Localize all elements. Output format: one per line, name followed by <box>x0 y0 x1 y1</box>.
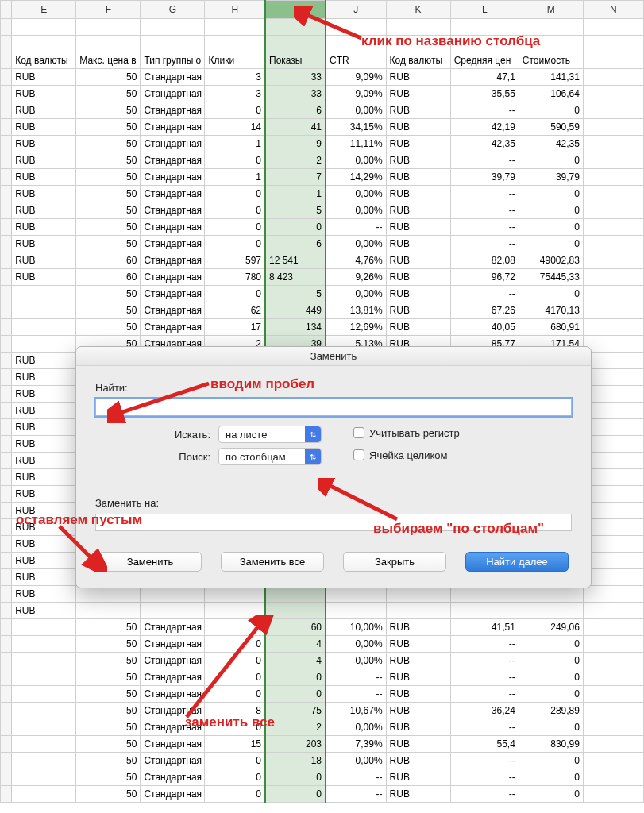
table-row[interactable]: RUB50Стандартная020,00%RUB--0 <box>1 152 644 169</box>
cell[interactable]: RUB <box>386 86 450 102</box>
cell[interactable]: RUB <box>12 69 76 86</box>
cell[interactable]: -- <box>450 669 519 686</box>
cell[interactable]: 50 <box>76 119 141 136</box>
field-header-L[interactable]: Средняя цен <box>450 52 519 69</box>
cell[interactable]: 0 <box>265 769 326 786</box>
cell[interactable]: -- <box>450 686 519 703</box>
cell[interactable] <box>583 569 643 586</box>
cell[interactable]: 60 <box>76 269 141 286</box>
cell[interactable]: 0 <box>519 636 583 653</box>
cell[interactable]: 0,00% <box>326 636 386 653</box>
cell[interactable]: -- <box>326 686 386 703</box>
cell[interactable] <box>583 136 643 152</box>
cell[interactable]: 0 <box>205 202 265 219</box>
cell[interactable]: -- <box>450 236 519 252</box>
column-header-H[interactable]: H <box>205 1 265 19</box>
cell[interactable]: RUB <box>386 636 450 653</box>
table-row[interactable]: RUB60Стандартная59712 5414,76%RUB82,0849… <box>1 252 644 269</box>
cell[interactable]: 33 <box>265 86 326 102</box>
cell[interactable] <box>583 386 643 403</box>
cell[interactable]: -- <box>450 286 519 302</box>
find-next-button[interactable]: Найти далее <box>465 552 569 572</box>
cell[interactable]: -- <box>450 753 519 769</box>
search-by-select[interactable]: по столбцам ⇅ <box>218 448 322 465</box>
cell[interactable]: 50 <box>76 236 141 252</box>
cell[interactable]: 10,00% <box>326 619 386 636</box>
cell[interactable]: -- <box>326 219 386 236</box>
cell[interactable]: Стандартная <box>141 786 205 803</box>
cell[interactable]: 82,08 <box>450 252 519 269</box>
cell[interactable] <box>583 86 643 102</box>
cell[interactable]: -- <box>450 719 519 736</box>
table-row[interactable]: RUB50Стандартная144134,15%RUB42,19590,59 <box>1 119 644 136</box>
cell[interactable]: 0,00% <box>326 653 386 669</box>
column-header-J[interactable]: J <box>326 1 386 19</box>
column-header-I[interactable]: I <box>265 1 326 19</box>
cell[interactable] <box>12 619 76 636</box>
cell[interactable]: RUB <box>12 119 76 136</box>
cell[interactable]: 590,59 <box>519 119 583 136</box>
column-header-E[interactable]: E <box>12 1 76 19</box>
cell[interactable]: 50 <box>76 653 141 669</box>
table-row[interactable]: RUB50Стандартная060,00%RUB--0 <box>1 236 644 252</box>
cell[interactable] <box>583 319 643 336</box>
cell[interactable] <box>12 753 76 769</box>
cell[interactable] <box>326 603 386 619</box>
cell[interactable] <box>12 703 76 719</box>
cell[interactable]: 18 <box>265 753 326 769</box>
table-row[interactable]: 50Стандартная040,00%RUB--0 <box>1 636 644 653</box>
cell[interactable]: -- <box>450 152 519 169</box>
cell[interactable]: 0,00% <box>326 186 386 202</box>
cell[interactable]: 106,64 <box>519 86 583 102</box>
cell[interactable]: RUB <box>386 169 450 186</box>
cell[interactable]: 39,79 <box>450 169 519 186</box>
cell[interactable] <box>583 236 643 252</box>
cell[interactable] <box>12 769 76 786</box>
cell[interactable]: Стандартная <box>141 669 205 686</box>
cell[interactable] <box>583 619 643 636</box>
cell[interactable]: 50 <box>76 769 141 786</box>
cell[interactable] <box>583 736 643 753</box>
replace-button[interactable]: Заменить <box>98 552 202 572</box>
match-case-checkbox[interactable]: Учитывать регистр <box>353 427 460 439</box>
cell[interactable]: RUB <box>386 136 450 152</box>
cell[interactable]: 50 <box>76 703 141 719</box>
cell[interactable]: -- <box>450 653 519 669</box>
cell[interactable]: 50 <box>76 86 141 102</box>
cell[interactable]: 1 <box>205 169 265 186</box>
cell[interactable]: 55,4 <box>450 736 519 753</box>
cell[interactable]: Стандартная <box>141 319 205 336</box>
cell[interactable]: 75 <box>265 703 326 719</box>
cell[interactable]: RUB <box>386 202 450 219</box>
cell[interactable]: RUB <box>386 669 450 686</box>
cell[interactable] <box>583 69 643 86</box>
cell[interactable] <box>12 286 76 302</box>
cell[interactable]: 35,55 <box>450 86 519 102</box>
cell[interactable]: Стандартная <box>141 86 205 102</box>
cell[interactable]: 0,00% <box>326 202 386 219</box>
cell[interactable]: 5 <box>265 202 326 219</box>
cell[interactable]: 42,35 <box>450 136 519 152</box>
cell[interactable]: Стандартная <box>141 736 205 753</box>
cell[interactable]: 0 <box>519 219 583 236</box>
cell[interactable]: 680,91 <box>519 319 583 336</box>
cell[interactable]: Стандартная <box>141 152 205 169</box>
cell[interactable]: 17 <box>205 319 265 336</box>
search-in-select[interactable]: на листе ⇅ <box>218 426 322 443</box>
cell[interactable]: 62 <box>205 302 265 319</box>
table-row[interactable]: RUB50Стандартная060,00%RUB--0 <box>1 102 644 119</box>
cell[interactable]: RUB <box>12 503 76 519</box>
cell[interactable]: 41 <box>265 119 326 136</box>
column-header-K[interactable]: K <box>386 1 450 19</box>
cell[interactable]: 67,26 <box>450 302 519 319</box>
table-row[interactable]: 50Стандартная050,00%RUB--0 <box>1 286 644 302</box>
field-header-J[interactable]: CTR <box>326 52 386 69</box>
table-row[interactable]: RUB50Стандартная050,00%RUB--0 <box>1 202 644 219</box>
cell[interactable]: 4,76% <box>326 252 386 269</box>
field-header-I[interactable]: Показы <box>265 52 326 69</box>
cell[interactable] <box>583 186 643 202</box>
cell[interactable]: 39,79 <box>519 169 583 186</box>
cell[interactable]: 0 <box>519 152 583 169</box>
cell[interactable]: 6 <box>265 236 326 252</box>
cell[interactable]: 8 423 <box>265 269 326 286</box>
